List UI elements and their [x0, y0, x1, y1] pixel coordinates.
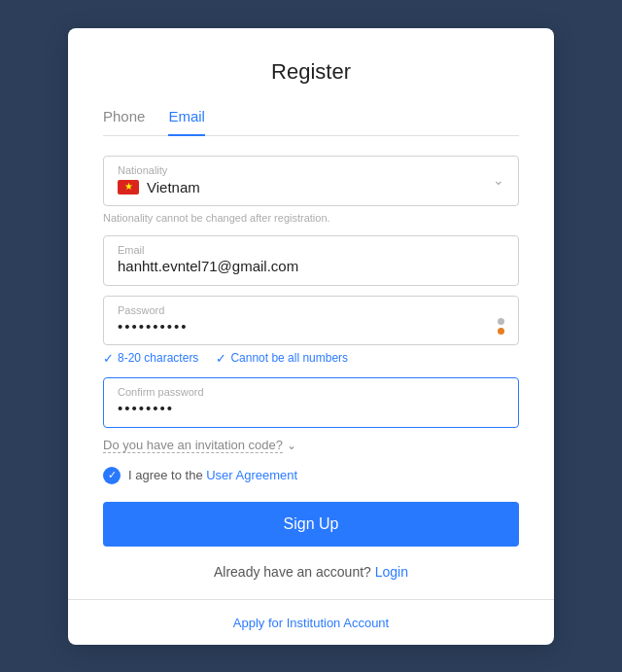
invitation-row[interactable]: Do you have an invitation code? ⌄ — [103, 438, 519, 453]
email-field[interactable]: Email — [103, 235, 519, 286]
page-title: Register — [103, 59, 519, 85]
apply-institution-link[interactable]: Apply for Institution Account — [233, 616, 389, 630]
chevron-down-icon: ⌄ — [493, 172, 504, 188]
signup-button[interactable]: Sign Up — [103, 502, 519, 547]
check-icon-2: ✓ — [216, 351, 226, 366]
nationality-dropdown[interactable]: Nationality Vietnam ⌄ — [103, 156, 519, 206]
invitation-arrow-icon: ⌄ — [287, 439, 296, 452]
confirm-password-field[interactable]: Confirm password — [103, 377, 519, 428]
validation-characters: ✓ 8-20 characters — [103, 351, 198, 366]
password-label: Password — [118, 304, 504, 316]
email-label: Email — [118, 244, 504, 256]
already-row: Already have an account? Login — [103, 564, 519, 580]
password-field[interactable]: Password — [103, 296, 519, 345]
nationality-note: Nationality cannot be changed after regi… — [103, 212, 519, 224]
tab-phone[interactable]: Phone — [103, 108, 145, 136]
strength-dot-1 — [498, 318, 504, 325]
validation-hints: ✓ 8-20 characters ✓ Cannot be all number… — [103, 351, 519, 366]
agree-text: I agree to the User Agreement — [128, 468, 297, 482]
password-input[interactable] — [118, 318, 498, 335]
login-link[interactable]: Login — [375, 564, 408, 580]
confirm-password-label: Confirm password — [118, 386, 504, 398]
confirm-password-input[interactable] — [118, 400, 504, 416]
tab-email[interactable]: Email — [168, 108, 205, 136]
invitation-text[interactable]: Do you have an invitation code? — [103, 438, 283, 453]
nationality-value: Vietnam — [118, 179, 200, 195]
agree-checkbox[interactable] — [103, 467, 121, 484]
nationality-label: Nationality — [118, 164, 200, 176]
user-agreement-link[interactable]: User Agreement — [206, 468, 297, 482]
password-strength-icons — [498, 318, 504, 335]
card-footer: Apply for Institution Account — [68, 599, 554, 645]
check-icon-1: ✓ — [103, 351, 114, 366]
email-input[interactable] — [118, 258, 504, 274]
tab-bar: Phone Email — [103, 108, 519, 136]
vietnam-flag-icon — [118, 180, 139, 195]
validation-no-numbers: ✓ Cannot be all numbers — [216, 351, 348, 366]
agreement-row: I agree to the User Agreement — [103, 467, 519, 484]
register-card: Register Phone Email Nationality Vietnam… — [68, 28, 554, 645]
strength-dot-2 — [498, 328, 504, 335]
